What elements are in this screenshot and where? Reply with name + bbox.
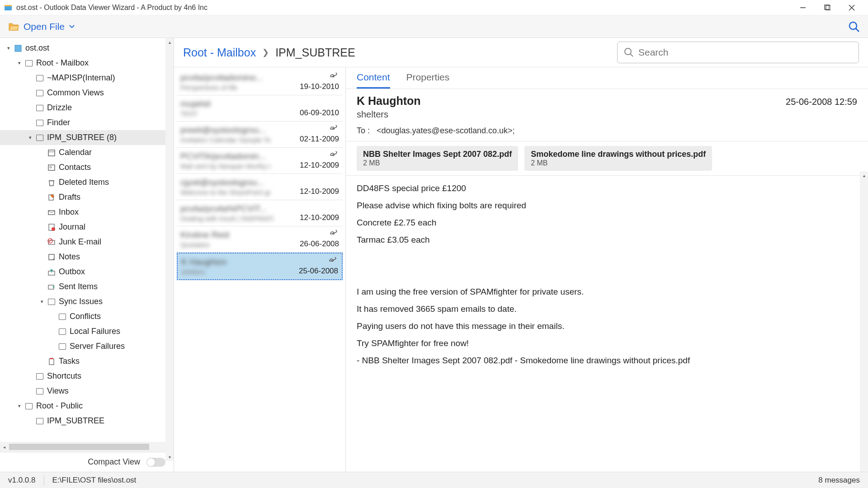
compact-view-toggle[interactable] [146, 458, 165, 467]
tree-node-finder[interactable]: Finder [0, 115, 174, 130]
tree-node-drizzle[interactable]: Drizzle [0, 100, 174, 115]
body-line: Concrete £2.75 each [357, 215, 857, 231]
open-file-label: Open File [24, 21, 65, 32]
folder-icon [24, 402, 33, 411]
window-title: ost.ost - Outlook Data Viewer Wizard - A… [16, 4, 797, 12]
body-line [357, 249, 857, 265]
right-panel: Root - Mailbox ❯ IPM_SUBTREE pcvita/pcvi… [174, 38, 868, 472]
message-item[interactable]: PCVITA/pcvitadomin...Mail sent by Naraya… [177, 148, 343, 174]
body-line: DD48FS special price £1200 [357, 180, 857, 197]
folder-icon [58, 312, 67, 321]
message-subject: shelters [357, 109, 857, 120]
breadcrumb-root[interactable]: Root - Mailbox [183, 46, 256, 59]
body-line: Please advise which fixing bolts are req… [357, 197, 857, 214]
message-item[interactable]: preeti@systoolsgrou...Invitation Calenda… [177, 122, 343, 148]
message-item[interactable]: Kirstine ReidQuotation26-06-2008 [177, 226, 343, 253]
message-item-from: cjyoti@systoolsgrou... [180, 178, 339, 188]
attachment-chip[interactable]: Smokedome line drawings without prices.p… [524, 146, 712, 171]
tree-node-outbox[interactable]: Outbox [0, 264, 174, 279]
maximize-button[interactable] [821, 1, 834, 14]
folder-icon [35, 103, 44, 113]
trash-icon [47, 178, 56, 187]
tab-properties[interactable]: Properties [406, 72, 450, 89]
svg-point-13 [50, 166, 52, 168]
attachment-chip[interactable]: NBB Shelter Images Sept 2007 082.pdf2 MB [357, 146, 518, 171]
message-item-date: 19-10-2010 [300, 82, 339, 91]
svg-rect-1 [5, 5, 12, 6]
folder-icon [24, 59, 33, 68]
tree-node-root-public[interactable]: ▾Root - Public [0, 399, 174, 413]
tree-node-local-failures[interactable]: Local Failures [0, 324, 174, 339]
tree-node-drafts[interactable]: Drafts [0, 190, 174, 205]
folder-icon [35, 133, 44, 142]
close-button[interactable] [845, 1, 858, 14]
tree-node-junk-email[interactable]: Junk E-mail [0, 235, 174, 249]
tree-node-deleted-items[interactable]: Deleted Items [0, 175, 174, 190]
toolbar-search-button[interactable] [848, 21, 860, 33]
message-from: K Haughton [357, 94, 421, 108]
tree-node-notes[interactable]: Notes [0, 249, 174, 264]
message-item-date: 12-10-2009 [300, 161, 339, 170]
open-file-button[interactable]: Open File [8, 21, 75, 32]
search-box[interactable] [617, 42, 859, 63]
message-item-date: 06-09-2010 [300, 108, 339, 117]
junk-icon [47, 238, 56, 247]
message-item[interactable]: cjyoti@systoolsgrou...Welcome to the Sha… [177, 174, 343, 200]
paperclip-icon [328, 257, 337, 263]
folder-icon [35, 74, 44, 83]
tree-node-root-mailbox[interactable]: ▾Root - Mailbox [0, 56, 174, 70]
svg-point-27 [625, 48, 631, 55]
message-to: To : <douglas.yates@ese-scotland.co.uk>; [357, 126, 857, 136]
folder-icon [35, 118, 44, 127]
tree-node-ipm-subtree-public[interactable]: IPM_SUBTREE [0, 413, 174, 428]
inbox-icon [47, 208, 56, 217]
minimize-button[interactable] [797, 1, 809, 14]
tree-node-conflicts[interactable]: Conflicts [0, 309, 174, 324]
message-item[interactable]: mujahidTEST06-09-2010 [177, 95, 343, 122]
tree-node-sync-issues[interactable]: ▾Sync Issues [0, 294, 174, 309]
message-item-from: Kirstine Reid [180, 230, 339, 240]
compact-view-label: Compact View [88, 457, 140, 467]
tree-node-sent-items[interactable]: Sent Items [0, 279, 174, 294]
search-input[interactable] [638, 47, 852, 58]
message-item[interactable]: pcvita/pcvitadomino...Perspectives of li… [177, 69, 343, 95]
message-item[interactable]: pcvita/pcvita%PCVIT...Dealing with insul… [177, 200, 343, 226]
tree-node-tasks[interactable]: Tasks [0, 354, 174, 369]
body-line: Paying users do not have this message in… [357, 318, 857, 334]
titlebar: ost.ost - Outlook Data Viewer Wizard - A… [0, 0, 868, 15]
ost-file-icon [14, 44, 23, 53]
folder-tree[interactable]: ▾ost.ost ▾Root - Mailbox ~MAPISP(Interna… [0, 38, 174, 442]
compact-view-row: Compact View [0, 452, 174, 472]
tree-node-ipm-subtree[interactable]: ▾IPM_SUBTREE (8) [0, 130, 174, 145]
message-item-from: PCVITA/pcvitadomin... [180, 151, 339, 161]
message-item[interactable]: K Haughtonshelters25-06-2008 [177, 253, 343, 280]
svg-point-7 [849, 22, 857, 29]
tree-node-journal[interactable]: Journal [0, 220, 174, 235]
attachments-row: NBB Shelter Images Sept 2007 082.pdf2 MB… [346, 141, 868, 175]
tree-node-shortcuts[interactable]: Shortcuts [0, 369, 174, 384]
tree-vertical-scrollbar[interactable]: ▴▾ [165, 38, 174, 461]
tree-node-common-views[interactable]: Common Views [0, 85, 174, 100]
tree-horizontal-scrollbar[interactable]: ◂▸ [0, 442, 174, 452]
folder-icon [35, 387, 44, 396]
message-item-from: mujahid [180, 99, 339, 109]
tab-content[interactable]: Content [357, 72, 390, 89]
content-row: pcvita/pcvitadomino...Perspectives of li… [174, 67, 868, 472]
tree-node-contacts[interactable]: Contacts [0, 160, 174, 175]
message-list[interactable]: pcvita/pcvitadomino...Perspectives of li… [174, 67, 346, 472]
tree-node-calendar[interactable]: Calendar [0, 145, 174, 160]
tree-node-mapisp[interactable]: ~MAPISP(Internal) [0, 70, 174, 85]
tree-node-server-failures[interactable]: Server Failures [0, 339, 174, 354]
detail-vertical-scrollbar[interactable]: ▴ [860, 171, 868, 472]
tree-node-inbox[interactable]: Inbox [0, 205, 174, 220]
message-item-from: pcvita/pcvitadomino... [180, 73, 339, 83]
breadcrumb-current: IPM_SUBTREE [275, 46, 355, 59]
tree-node-views[interactable]: Views [0, 384, 174, 399]
breadcrumb: Root - Mailbox ❯ IPM_SUBTREE [183, 46, 355, 59]
message-body: DD48FS special price £1200Please advise … [346, 175, 868, 472]
paperclip-icon [329, 73, 338, 79]
tree-node-root[interactable]: ▾ost.ost [0, 41, 174, 56]
body-line: Try SPAMfighter for free now! [357, 335, 857, 352]
search-icon [848, 21, 860, 33]
breadcrumb-row: Root - Mailbox ❯ IPM_SUBTREE [174, 38, 868, 67]
